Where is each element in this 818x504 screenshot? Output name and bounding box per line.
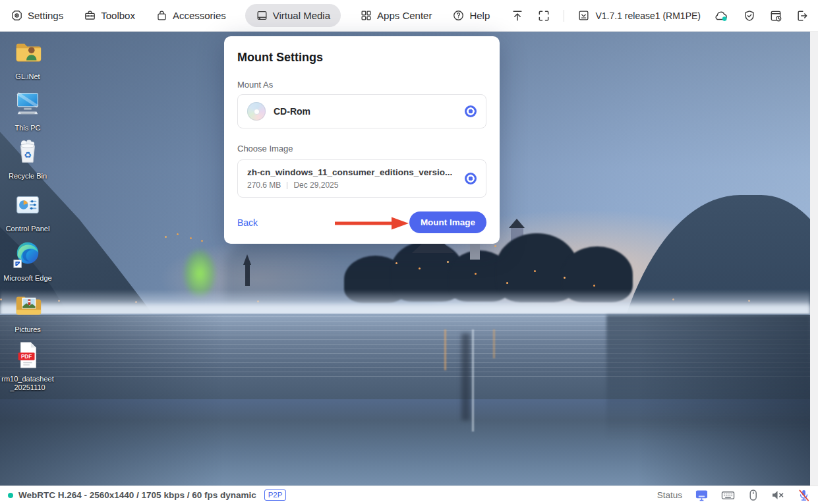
desktop-icon-label: Pictures	[15, 325, 41, 334]
desktop-icon-pictures[interactable]: Pictures	[0, 291, 55, 334]
dialog-title: Mount Settings	[237, 51, 323, 65]
desktop-icon-pdf[interactable]: PDF rm10_datasheet_20251110	[0, 340, 55, 392]
firmware-version: V1.7.1 release1 (RM1PE)	[595, 11, 701, 21]
menu-item-settings[interactable]: Settings	[9, 4, 65, 27]
online-dot-icon	[8, 493, 13, 498]
virtual-media-icon	[256, 9, 268, 22]
meta-divider	[287, 182, 287, 189]
speaker-muted-icon[interactable]	[771, 490, 785, 501]
cdrom-disc-icon	[247, 102, 266, 121]
cdrom-radio[interactable]	[465, 105, 477, 117]
control-panel-icon	[13, 190, 43, 223]
toolbar-divider	[564, 10, 564, 22]
user-folder-icon	[13, 38, 43, 70]
mouse-icon[interactable]	[747, 489, 759, 501]
menu-item-toolbox[interactable]: Toolbox	[82, 4, 136, 27]
desktop-icon-edge[interactable]: Microsoft Edge	[0, 239, 55, 283]
menu-item-accessories[interactable]: Accessories	[154, 4, 227, 27]
computer-icon	[13, 89, 43, 122]
main-menu: Settings Toolbox Accessories	[9, 4, 491, 27]
remote-kvm-app: Settings Toolbox Accessories	[0, 0, 818, 504]
help-icon	[452, 9, 465, 22]
menu-item-label: Settings	[28, 10, 63, 21]
desktop-icon-label: GL.iNet	[15, 72, 40, 81]
pdf-icon: PDF	[13, 340, 43, 373]
menu-item-virtual-media[interactable]: Virtual Media	[245, 4, 341, 27]
fullscreen-icon[interactable]	[537, 9, 550, 22]
desktop-icon-this-pc[interactable]: This PC	[0, 89, 55, 132]
menu-item-label: Accessories	[173, 10, 226, 21]
mount-image-button[interactable]: Mount Image	[409, 211, 486, 233]
session-record-icon[interactable]	[769, 9, 782, 22]
menu-item-label: Apps Center	[377, 10, 432, 21]
menu-item-help[interactable]: Help	[451, 4, 491, 27]
desktop-icon-label: rm10_datasheet_20251110	[1, 375, 54, 392]
toolbar-actions: V1.7.1 release1 (RM1PE)	[511, 9, 809, 22]
image-info: zh-cn_windows_11_consumer_editions_versi…	[247, 167, 452, 190]
top-toolbar: Settings Toolbox Accessories	[0, 0, 818, 32]
menu-item-apps-center[interactable]: Apps Center	[359, 4, 433, 27]
p2p-badge: P2P	[264, 490, 287, 501]
display-icon[interactable]	[695, 489, 709, 501]
desktop-icon-recycle-bin[interactable]: ♻ Recycle Bin	[0, 137, 55, 181]
accessories-icon	[156, 9, 168, 22]
image-size: 270.6 MB	[247, 181, 281, 190]
shield-check-icon[interactable]	[743, 9, 756, 22]
mount-settings-dialog: Mount Settings Mount As CD-Rom Choose Im…	[224, 36, 500, 244]
menu-item-label: Toolbox	[101, 10, 135, 21]
wallpaper-church-spire	[245, 264, 250, 286]
svg-text:PDF: PDF	[21, 354, 32, 360]
choose-image-label: Choose Image	[237, 144, 293, 154]
apps-center-icon	[360, 9, 372, 22]
image-radio[interactable]	[465, 173, 477, 184]
status-label: Status	[657, 490, 682, 500]
update-box-icon[interactable]	[577, 9, 590, 22]
exit-icon[interactable]	[796, 9, 809, 22]
pictures-folder-icon	[13, 291, 43, 323]
menu-item-label: Help	[469, 10, 490, 21]
upload-icon[interactable]	[511, 9, 524, 22]
desktop-icon-label: Control Panel	[6, 225, 50, 233]
toolbox-icon	[84, 9, 96, 22]
stream-info: WebRTC H.264 - 2560x1440 / 1705 kbps / 6…	[18, 490, 256, 500]
menu-item-label: Virtual Media	[273, 10, 330, 21]
desktop-icon-label: Recycle Bin	[9, 172, 47, 181]
cdrom-option[interactable]: CD-Rom	[237, 94, 486, 128]
tutorial-arrow-icon	[334, 216, 410, 233]
image-date: Dec 29,2025	[293, 181, 338, 190]
image-filename: zh-cn_windows_11_consumer_editions_versi…	[247, 167, 452, 177]
image-option[interactable]: zh-cn_windows_11_consumer_editions_versi…	[237, 159, 486, 198]
edge-icon	[13, 239, 43, 272]
video-letterbox	[810, 32, 818, 486]
recycle-bin-icon: ♻	[13, 137, 43, 170]
desktop-icon-control-panel[interactable]: Control Panel	[0, 190, 55, 233]
version-group: V1.7.1 release1 (RM1PE)	[577, 9, 701, 22]
connection-statusbar: WebRTC H.264 - 2560x1440 / 1705 kbps / 6…	[0, 486, 818, 504]
svg-text:♻: ♻	[24, 150, 32, 160]
statusbar-devices: Status	[657, 489, 810, 502]
cloud-sync-icon[interactable]	[714, 9, 730, 22]
desktop-icon-label: Microsoft Edge	[3, 274, 51, 283]
keyboard-icon[interactable]	[721, 489, 735, 501]
desktop-icon-label: This PC	[15, 124, 40, 132]
microphone-muted-icon[interactable]	[798, 489, 810, 502]
cdrom-option-label: CD-Rom	[274, 106, 310, 117]
desktop-icon-glinet[interactable]: GL.iNet	[0, 38, 55, 81]
back-link[interactable]: Back	[237, 217, 258, 228]
mount-as-label: Mount As	[237, 80, 273, 90]
settings-icon	[11, 9, 23, 22]
